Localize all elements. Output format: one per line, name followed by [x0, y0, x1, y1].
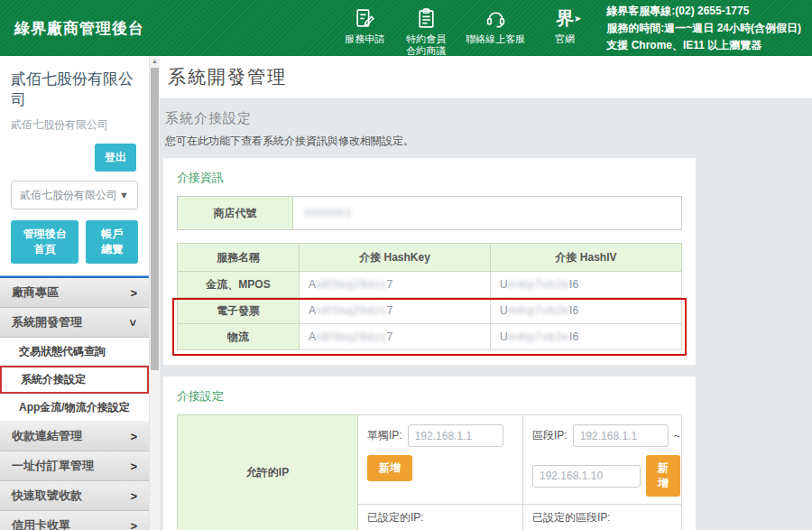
hashiv-value: Um4tp7vb2eI6: [491, 298, 682, 324]
cursor-icon: ➤: [574, 8, 581, 30]
table-row: 物流 Ax8f3kq29dzs7 Um4tp7vb2eI6: [178, 324, 682, 350]
page-title: 系統開發管理: [160, 56, 812, 99]
hashiv-value: Um4tp7vb2eI6: [491, 272, 682, 298]
interface-info-card: 介接資訊 商店代號 0000001 服務名稱 介接 HashKey 介接 Has…: [163, 158, 696, 365]
clipboard-icon: [415, 7, 438, 30]
sidebar-item-quick-collect[interactable]: 快速取號收款>: [0, 481, 149, 511]
ecpay-brand-icon: 界➤: [556, 7, 574, 30]
nav-label: 聯絡線上客服: [466, 33, 525, 45]
hashkey-value: Ax8f3kq29dzs7: [300, 272, 491, 298]
scroll-up-arrow[interactable]: ▲: [150, 56, 160, 67]
service-name: 金流、MPOS: [178, 272, 300, 298]
company-select-value: 貳佰七股份有限公司: [20, 188, 117, 203]
sidebar-item-system-dev[interactable]: 系統開發管理 >: [0, 308, 149, 338]
sidebar-subitem-app-interface[interactable]: App金流/物流介接設定: [0, 394, 149, 422]
merchant-id-value: 0000001: [293, 197, 681, 229]
sidebar-subitem-system-interface[interactable]: 系統介接設定: [0, 366, 149, 394]
nav-service-apply[interactable]: 服務申請: [343, 7, 386, 45]
support-hours: 服務的時間:週一~週日 24小時(含例假日): [606, 20, 801, 37]
hashiv-value: Um4tp7vb2eI6: [491, 324, 682, 350]
support-info: 綠界客服專線:(02) 2655-1775 服務的時間:週一~週日 24小時(含…: [606, 3, 801, 54]
section-description: 您可在此功能下查看系統介接資訊與修改相關設定。: [165, 134, 812, 149]
chevron-right-icon: >: [130, 460, 137, 473]
configured-single-ip: 已設定的IP:: [358, 505, 523, 530]
sidebar-item-credit-card[interactable]: 信用卡收單>: [0, 511, 149, 530]
single-ip-label: 單獨IP:: [367, 428, 402, 443]
logout-button[interactable]: 登出: [95, 144, 136, 172]
company-subtitle: 貳佰七股份有限公司: [11, 117, 138, 133]
configured-range-ip: 已設定的區段IP:: [523, 505, 682, 530]
nav-online-support[interactable]: 聯絡線上客服: [466, 7, 525, 45]
support-phone: 綠界客服專線:(02) 2655-1775: [606, 3, 801, 20]
sidebar-item-vendor-zone[interactable]: 廠商專區 >: [0, 278, 149, 308]
range-ip-from-input[interactable]: [573, 424, 669, 447]
single-ip-input[interactable]: [408, 424, 503, 447]
merchant-id-row: 商店代號 0000001: [177, 196, 682, 230]
scrollbar-thumb[interactable]: [151, 68, 159, 370]
nav-label: 特約會員: [406, 33, 446, 45]
sidebar-item-onepage-order[interactable]: 一址付訂單管理>: [0, 451, 149, 481]
service-name: 物流: [178, 324, 300, 350]
browser-support: 支援 Chrome、IE11 以上瀏覽器: [606, 37, 801, 54]
nav-label: 服務申請: [345, 33, 384, 45]
chevron-right-icon: >: [130, 519, 137, 530]
nav-contract-member[interactable]: 特約會員 合約商議: [404, 7, 448, 57]
vertical-scrollbar: ▲: [149, 56, 160, 530]
settings-table: 允許的IP 單獨IP: 新增 區段IP:: [177, 414, 682, 530]
company-select[interactable]: 貳佰七股份有限公司 ▼: [11, 181, 138, 209]
single-ip-cell: 單獨IP: 新增: [358, 415, 523, 505]
chevron-down-icon: >: [127, 319, 141, 326]
col-hashiv: 介接 HashIV: [491, 244, 682, 272]
range-ip-to-input[interactable]: [532, 465, 641, 488]
hashkey-value: Ax8f3kq29dzs7: [300, 298, 491, 324]
chevron-down-icon: ▼: [119, 190, 129, 200]
table-header-row: 服務名稱 介接 HashKey 介接 HashIV: [178, 244, 682, 272]
account-overview-button[interactable]: 帳戶總覽: [86, 220, 138, 264]
table-row: 電子發票 Ax8f3kq29dzs7 Um4tp7vb2eI6: [178, 298, 682, 324]
tilde-separator: ~: [674, 430, 680, 442]
hash-table: 服務名稱 介接 HashKey 介接 HashIV 金流、MPOS Ax8f3k…: [177, 243, 682, 350]
table-row: 金流、MPOS Ax8f3kq29dzs7 Um4tp7vb2eI6: [178, 272, 682, 298]
sidebar: 貳佰七股份有限公司 貳佰七股份有限公司 登出 貳佰七股份有限公司 ▼ 管理後台首…: [0, 56, 149, 530]
form-pencil-icon: [354, 7, 376, 30]
main-content: 系統開發管理 系統介接設定 您可在此功能下查看系統介接資訊與修改相關設定。 介接…: [160, 56, 812, 530]
company-title: 貳佰七股份有限公司: [11, 69, 138, 110]
sidebar-item-payment-link[interactable]: 收款連結管理>: [0, 422, 149, 451]
allowed-ip-label: 允許的IP: [178, 415, 358, 530]
nav-official-site[interactable]: 界➤ 官網: [543, 7, 586, 45]
col-hashkey: 介接 HashKey: [300, 244, 491, 272]
section-title: 系統介接設定: [165, 110, 812, 127]
add-range-ip-button[interactable]: 新增: [646, 455, 680, 497]
header-nav: 服務申請 特約會員 合約商議 聯絡線上客服 界➤ 官網: [343, 0, 586, 57]
range-ip-label: 區段IP:: [532, 428, 567, 443]
admin-home-button[interactable]: 管理後台首頁: [11, 220, 78, 264]
card-heading: 介接設定: [177, 388, 682, 404]
hashkey-value: Ax8f3kq29dzs7: [300, 324, 491, 350]
sidebar-subitem-txn-status-code[interactable]: 交易狀態代碼查詢: [0, 338, 149, 366]
merchant-id-label: 商店代號: [178, 197, 293, 229]
range-ip-cell: 區段IP: ~ 新增: [523, 415, 682, 505]
interface-settings-card: 介接設定 允許的IP 單獨IP: 新增: [163, 377, 696, 530]
nav-label-line2: 合約商議: [406, 45, 446, 57]
service-name: 電子發票: [178, 298, 300, 324]
app-title: 綠界廠商管理後台: [14, 18, 144, 39]
chevron-right-icon: >: [130, 286, 137, 300]
card-heading: 介接資訊: [177, 170, 682, 186]
app-header: 綠界廠商管理後台 服務申請 特約會員 合約商議: [0, 0, 812, 56]
chevron-right-icon: >: [130, 430, 137, 443]
chevron-right-icon: >: [130, 489, 137, 503]
col-service: 服務名稱: [178, 244, 300, 272]
headset-icon: [484, 7, 507, 30]
nav-label: 官網: [555, 33, 575, 45]
add-single-ip-button[interactable]: 新增: [367, 455, 412, 481]
